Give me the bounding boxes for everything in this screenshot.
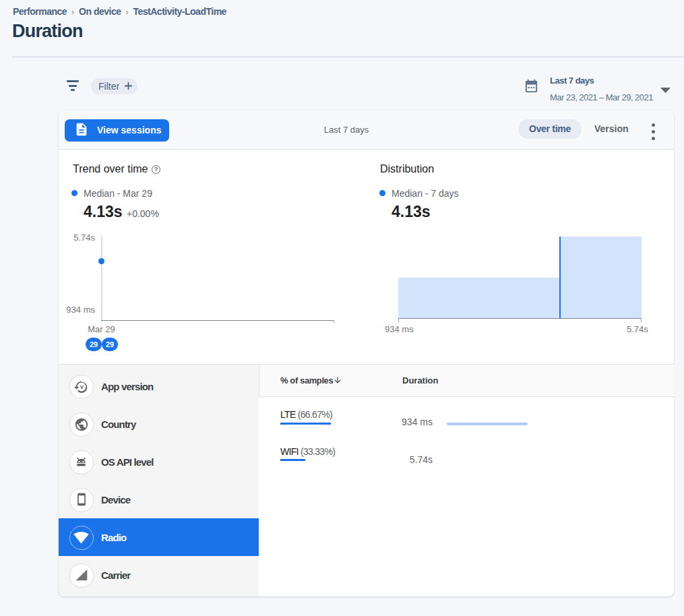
svg-text:v: v — [80, 383, 84, 390]
